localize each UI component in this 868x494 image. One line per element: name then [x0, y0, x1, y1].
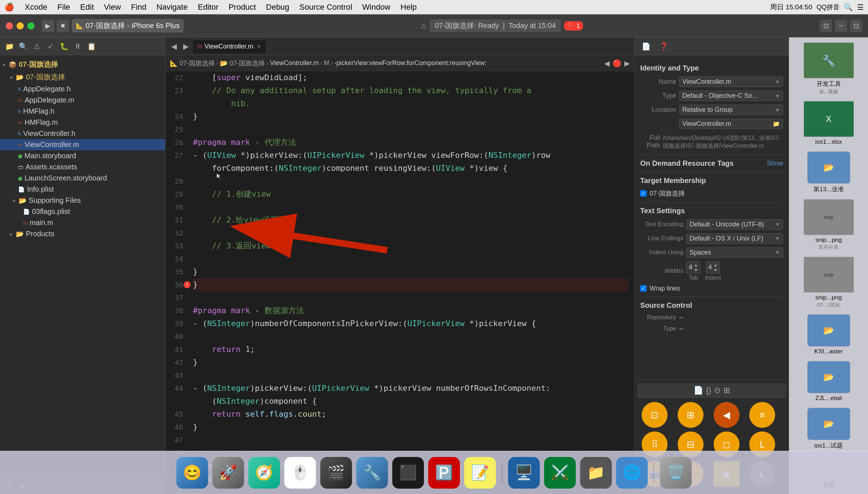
tab-nav-prev[interactable]: ◀ — [168, 41, 180, 52]
tree-file-assets[interactable]: 🗃 Assets.xcassets — [0, 161, 165, 173]
dock-excel[interactable]: ⚔️ — [544, 457, 576, 489]
wrap-lines-checkbox[interactable]: ✓ — [640, 285, 647, 292]
menu-editor[interactable]: Editor — [196, 2, 221, 13]
tree-file-main-storyboard[interactable]: ◼ Main.storyboard — [0, 150, 165, 161]
dock-safari[interactable]: 🧭 — [248, 457, 280, 489]
editor-next-btn[interactable]: ▶ — [624, 59, 630, 68]
menu-source-control[interactable]: Source Control — [297, 2, 354, 13]
icon-toolbar-code[interactable]: {} — [706, 386, 711, 395]
inspector-icon-btn-2[interactable]: ⊞ — [678, 402, 704, 428]
dock-mousepose[interactable]: 🖱️ — [284, 457, 316, 489]
inspector-quick-help-tab[interactable]: ❓ — [656, 41, 671, 52]
editor-content[interactable]: 22 23 24 25 26 27 28 29 30 31 32 33 34 3… — [166, 71, 634, 494]
menu-find[interactable]: Find — [129, 2, 149, 13]
minimize-button[interactable] — [17, 22, 24, 29]
close-button[interactable] — [6, 22, 13, 29]
tree-group-products[interactable]: ▸ 📂 Products — [0, 228, 165, 239]
desktop-item-zjl[interactable]: 📂 ZJL...etail — [795, 359, 863, 404]
desktop-item-snip2[interactable]: snip snip...png07-...(优化 — [795, 255, 863, 311]
encoding-value[interactable]: Default - Unicode (UTF-8) ▼ — [686, 219, 783, 230]
dock-terminal[interactable]: ⬛ — [392, 457, 424, 489]
tree-file-03flags[interactable]: 📄 03flags.plist — [0, 206, 165, 217]
indent-value[interactable]: Spaces ▼ — [686, 247, 783, 258]
inspector-icon-btn-4[interactable]: ≡ — [749, 402, 775, 428]
icon-toolbar-doc[interactable]: 📄 — [693, 386, 703, 395]
debug-toggle[interactable]: ↔ — [835, 20, 847, 32]
location-file-browse-icon[interactable]: 📁 — [773, 120, 780, 127]
desktop-item-ios1test[interactable]: 📂 ios1...试题 — [795, 406, 863, 452]
dock-browser[interactable]: 🌐 — [616, 457, 648, 489]
desktop-item-ksi[interactable]: 📂 KSI...aster — [795, 312, 863, 357]
menu-product[interactable]: Product — [226, 2, 258, 13]
stop-button[interactable]: ■ — [57, 20, 69, 32]
demand-resources-show-btn[interactable]: Show — [767, 160, 783, 167]
tree-file-appdelegate-m[interactable]: m AppDelegate.m — [0, 95, 165, 106]
menu-window[interactable]: Window — [360, 2, 393, 13]
icon-toolbar-grid[interactable]: ⊞ — [723, 386, 730, 395]
apple-menu[interactable]: 🍎 — [4, 3, 14, 12]
menu-file[interactable]: File — [55, 2, 72, 13]
menu-navigate[interactable]: Navigate — [154, 2, 190, 13]
nav-folder-icon[interactable]: 📁 — [4, 41, 14, 51]
desktop-item-snip1[interactable]: snip snip...png车丹分享 — [795, 197, 863, 253]
tree-group-main[interactable]: ▾ 📂 07-国旗选择 — [0, 71, 165, 83]
nav-report-icon[interactable]: 📋 — [86, 41, 96, 51]
location-value[interactable]: Relative to Group ▼ — [679, 105, 783, 115]
navigator-toggle[interactable]: ⊡ — [820, 20, 832, 32]
desktop-item-ch13[interactable]: 📂 第13...业准 — [795, 149, 863, 196]
tree-file-viewcontroller-h[interactable]: h ViewController.h — [0, 128, 165, 139]
maximize-button[interactable] — [27, 22, 35, 29]
desktop-item-ios1xlsx[interactable]: X ios1...xlsx — [795, 99, 863, 148]
editor-prev-btn[interactable]: ◀ — [604, 59, 610, 68]
tree-file-appdelegate-h[interactable]: h AppDelegate.h — [0, 83, 165, 95]
dock-trash[interactable]: 🗑️ — [660, 457, 692, 489]
breadcrumb-part-4[interactable]: M — [324, 59, 329, 67]
location-file-value[interactable]: ViewController.m 📁 — [679, 119, 783, 129]
menu-debug[interactable]: Debug — [264, 2, 291, 13]
tab-stepper[interactable]: 4 ▲ ▼ — [686, 261, 701, 274]
breadcrumb-part-1[interactable]: 📐 07-国旗选择 — [170, 59, 215, 68]
menu-xcode[interactable]: Xcode — [23, 2, 49, 13]
editor-error-btn[interactable]: 🔴 — [612, 59, 621, 68]
tree-file-main-m[interactable]: m main.m — [0, 217, 165, 228]
tree-file-hmflag-m[interactable]: m HMFlag.m — [0, 117, 165, 128]
nav-breakpoint-icon[interactable]: ⏸ — [73, 41, 83, 51]
dock-quicktime[interactable]: 🎬 — [320, 457, 352, 489]
menu-help[interactable]: Help — [398, 2, 419, 13]
icon-toolbar-circle[interactable]: ⊙ — [714, 386, 720, 395]
code-lines[interactable]: [super viewDidLoad]; // Do any additiona… — [187, 71, 634, 494]
control-center-icon[interactable]: ☰ — [857, 3, 864, 12]
menu-edit[interactable]: Edit — [78, 2, 96, 13]
close-tab-icon[interactable]: ✕ — [257, 44, 261, 49]
inspector-icon-btn-3[interactable]: ◀ — [714, 402, 740, 428]
editor-tab-viewcontroller[interactable]: m ViewController.m ✕ — [192, 40, 267, 53]
run-button[interactable]: ▶ — [42, 20, 54, 32]
dock-xcode[interactable]: 🔧 — [356, 457, 388, 489]
indent-stepper[interactable]: 4 ▲ ▼ — [706, 261, 720, 274]
search-icon[interactable]: 🔍 — [844, 3, 853, 12]
line-endings-value[interactable]: Default - OS X / Unix (LF) ▼ — [686, 233, 783, 244]
dock-launchpad[interactable]: 🚀 — [212, 457, 244, 489]
breadcrumb-method[interactable]: -pickerView:viewForRow:forComponent:reus… — [334, 59, 487, 67]
inspector-icon-btn-1[interactable]: ⊡ — [642, 402, 668, 428]
scheme-selector[interactable]: 📐 07-国旗选择 › iPhone 6s Plus — [72, 19, 184, 32]
inspector-toggle[interactable]: ⊡ — [850, 20, 862, 32]
stepper-arrows[interactable]: ▲ ▼ — [713, 262, 718, 273]
name-value[interactable]: ViewController.m ▼ — [679, 77, 783, 87]
dock-finder[interactable]: 😊 — [176, 457, 208, 489]
dock-iterm[interactable]: 📁 — [580, 457, 612, 489]
tab-nav-next[interactable]: ▶ — [180, 41, 191, 52]
menu-view[interactable]: View — [102, 2, 123, 13]
nav-debug-icon[interactable]: 🐛 — [59, 41, 69, 51]
dock-stickies[interactable]: 📝 — [464, 457, 496, 489]
tree-project-root[interactable]: ▾ 📦 07-国旗选择 — [0, 58, 165, 71]
tree-file-viewcontroller-m[interactable]: m ViewController.m — [0, 139, 165, 150]
tree-group-supporting[interactable]: ▾ 📂 Supporting Files — [0, 195, 165, 206]
nav-warning-icon[interactable]: ⚠ — [32, 41, 42, 51]
inspector-file-tab[interactable]: 📄 — [639, 41, 654, 52]
stepper-arrows[interactable]: ▲ ▼ — [694, 262, 698, 273]
breadcrumb-part-2[interactable]: 📂 07-国旗选择 — [220, 59, 265, 68]
tree-file-info-plist[interactable]: 📄 Info.plist — [0, 184, 165, 195]
nav-test-icon[interactable]: ✓ — [45, 41, 55, 51]
tree-file-hmflag-h[interactable]: h HMFlag.h — [0, 106, 165, 117]
